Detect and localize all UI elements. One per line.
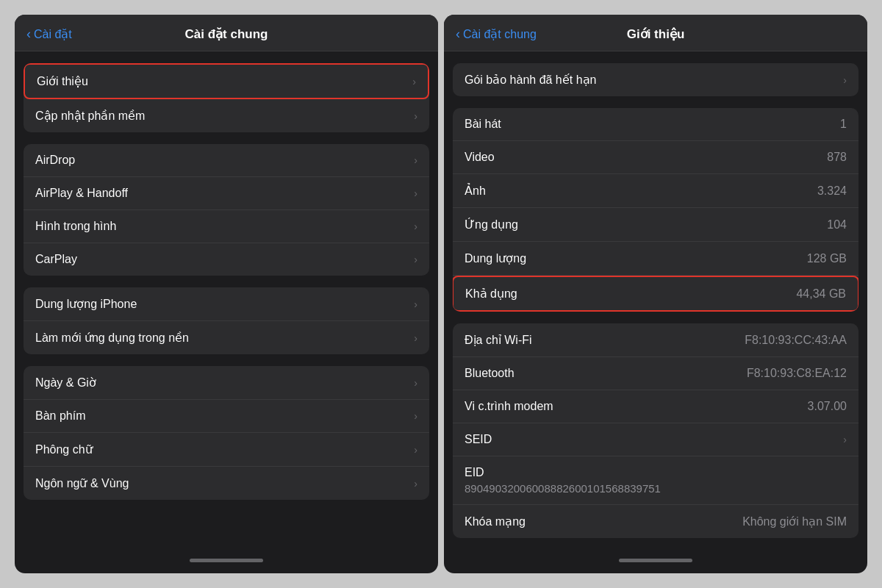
settings-item-phong-chu[interactable]: Phông chữ › <box>24 433 429 467</box>
phong-chu-label: Phông chữ <box>35 442 93 456</box>
ngay-gio-label: Ngày & Giờ <box>35 376 96 390</box>
lam-moi-chevron-icon: › <box>414 332 417 344</box>
bai-hat-value: 1 <box>840 118 847 131</box>
ngon-ngu-chevron-icon: › <box>414 478 417 490</box>
khoa-mang-label: Khóa mạng <box>465 514 526 528</box>
warranty-group: Gói bảo hành đã hết hạn › <box>453 63 858 96</box>
right-back-chevron-icon: ‹ <box>456 26 460 42</box>
network-group: Địa chỉ Wi-Fi F8:10:93:CC:43:AA Bluetoot… <box>453 323 858 538</box>
ban-phim-label: Bàn phím <box>35 409 85 423</box>
left-back-button[interactable]: ‹ Cài đặt <box>26 26 72 42</box>
settings-group-4: Ngày & Giờ › Bàn phím › Phông chữ <box>24 366 429 500</box>
settings-item-carplay[interactable]: CarPlay › <box>24 243 429 276</box>
carplay-label: CarPlay <box>35 253 77 266</box>
phong-chu-right: › <box>414 444 417 456</box>
settings-item-ban-phim[interactable]: Bàn phím › <box>24 400 429 433</box>
right-home-bar <box>444 551 867 573</box>
info-row-video: Video 878 <box>453 141 858 174</box>
ngay-gio-right: › <box>414 377 417 389</box>
hinh-trong-hinh-chevron-icon: › <box>414 220 417 232</box>
airplay-label: AirPlay & Handoff <box>35 187 128 200</box>
ban-phim-chevron-icon: › <box>414 410 417 422</box>
section-2: AirDrop › AirPlay & Handoff › Hình trong… <box>24 144 429 276</box>
warranty-label: Gói bảo hành đã hết hạn <box>465 73 596 87</box>
cap-nhat-chevron-icon: › <box>414 110 417 122</box>
info-row-bai-hat: Bài hát 1 <box>453 108 858 141</box>
settings-item-cap-nhat[interactable]: Cập nhật phần mềm › <box>24 99 429 132</box>
dung-luong-info-label: Dung lượng <box>465 251 526 265</box>
network-section: Địa chỉ Wi-Fi F8:10:93:CC:43:AA Bluetoot… <box>453 323 858 538</box>
right-back-button[interactable]: ‹ Cài đặt chung <box>456 26 537 42</box>
airplay-right: › <box>414 187 417 199</box>
airplay-chevron-icon: › <box>414 187 417 199</box>
khoa-mang-value: Không giới hạn SIM <box>742 514 847 528</box>
bluetooth-value: F8:10:93:C8:EA:12 <box>747 367 847 380</box>
settings-item-airdrop[interactable]: AirDrop › <box>24 144 429 177</box>
airdrop-chevron-icon: › <box>414 154 417 166</box>
info-row-eid: EID 890490320060088826001015688397​51 <box>453 456 858 505</box>
hinh-trong-hinh-right: › <box>414 220 417 232</box>
right-header-title: Giới thiệu <box>627 26 685 42</box>
dung-luong-chevron-icon: › <box>414 298 417 310</box>
info-row-dung-luong: Dung lượng 128 GB <box>453 242 858 276</box>
kha-dung-value: 44,34 GB <box>796 287 846 301</box>
settings-group-3: Dung lượng iPhone › Làm mới ứng dụng tro… <box>24 287 429 354</box>
seid-chevron-icon: › <box>843 434 847 445</box>
video-value: 878 <box>827 151 847 164</box>
settings-item-airplay[interactable]: AirPlay & Handoff › <box>24 177 429 210</box>
settings-item-hinh-trong-hinh[interactable]: Hình trong hình › <box>24 210 429 243</box>
cap-nhat-label: Cập nhật phần mềm <box>35 109 145 123</box>
warranty-section: Gói bảo hành đã hết hạn › <box>453 63 858 96</box>
warranty-chevron-icon: › <box>843 74 847 86</box>
modem-label: Vi c.trình modem <box>465 400 553 413</box>
section-3: Dung lượng iPhone › Làm mới ứng dụng tro… <box>24 287 429 354</box>
info-row-bluetooth: Bluetooth F8:10:93:C8:EA:12 <box>453 357 858 390</box>
video-label: Video <box>465 151 495 164</box>
info-row-wifi: Địa chỉ Wi-Fi F8:10:93:CC:43:AA <box>453 323 858 357</box>
info-row-khoa-mang: Khóa mạng Không giới hạn SIM <box>453 505 858 538</box>
airdrop-right: › <box>414 154 417 166</box>
hinh-trong-hinh-label: Hình trong hình <box>35 220 116 233</box>
settings-item-gioi-thieu[interactable]: Giới thiệu › <box>24 63 429 99</box>
info-row-seid[interactable]: SEID › <box>453 423 858 456</box>
settings-item-ngay-gio[interactable]: Ngày & Giờ › <box>24 366 429 400</box>
phong-chu-chevron-icon: › <box>414 444 417 456</box>
eid-value: 890490320060088826001015688397​51 <box>465 482 847 495</box>
airdrop-label: AirDrop <box>35 154 75 167</box>
left-back-label: Cài đặt <box>34 27 72 41</box>
dung-luong-label: Dung lượng iPhone <box>35 297 137 311</box>
gioi-thieu-right: › <box>412 76 416 87</box>
warranty-row[interactable]: Gói bảo hành đã hết hạn › <box>453 63 858 96</box>
settings-group-2: AirDrop › AirPlay & Handoff › Hình trong… <box>24 144 429 276</box>
anh-value: 3.324 <box>817 184 847 198</box>
right-header: ‹ Cài đặt chung Giới thiệu <box>444 15 867 51</box>
lam-moi-right: › <box>414 332 417 344</box>
ngon-ngu-label: Ngôn ngữ & Vùng <box>35 476 129 490</box>
carplay-chevron-icon: › <box>414 254 417 265</box>
section-4: Ngày & Giờ › Bàn phím › Phông chữ <box>24 366 429 500</box>
settings-item-lam-moi[interactable]: Làm mới ứng dụng trong nền › <box>24 321 429 354</box>
settings-item-dung-luong[interactable]: Dung lượng iPhone › <box>24 287 429 321</box>
left-home-bar-line <box>190 559 263 562</box>
section-1: Giới thiệu › Cập nhật phần mềm › <box>24 63 429 132</box>
cap-nhat-right: › <box>414 110 417 122</box>
left-header-title: Cài đặt chung <box>185 26 268 42</box>
modem-value: 3.07.00 <box>808 400 847 413</box>
ung-dung-value: 104 <box>827 218 847 232</box>
right-back-label: Cài đặt chung <box>463 27 537 41</box>
right-home-bar-line <box>619 559 692 562</box>
eid-label: EID <box>465 466 847 479</box>
wifi-label: Địa chỉ Wi-Fi <box>465 333 532 347</box>
ban-phim-right: › <box>414 410 417 422</box>
wifi-value: F8:10:93:CC:43:AA <box>745 334 847 347</box>
bai-hat-label: Bài hát <box>465 118 501 131</box>
left-content: Giới thiệu › Cập nhật phần mềm › <box>15 51 438 551</box>
left-header: ‹ Cài đặt Cài đặt chung <box>15 15 438 51</box>
ung-dung-label: Ứng dụng <box>465 218 518 232</box>
settings-item-ngon-ngu[interactable]: Ngôn ngữ & Vùng › <box>24 467 429 500</box>
dung-luong-info-value: 128 GB <box>807 252 847 265</box>
right-panel: ‹ Cài đặt chung Giới thiệu Gói bảo hành … <box>444 15 867 573</box>
ngay-gio-chevron-icon: › <box>414 377 417 389</box>
stats-section: Bài hát 1 Video 878 Ảnh 3.324 Ứng dụng 1… <box>453 108 858 312</box>
anh-label: Ảnh <box>465 184 486 198</box>
